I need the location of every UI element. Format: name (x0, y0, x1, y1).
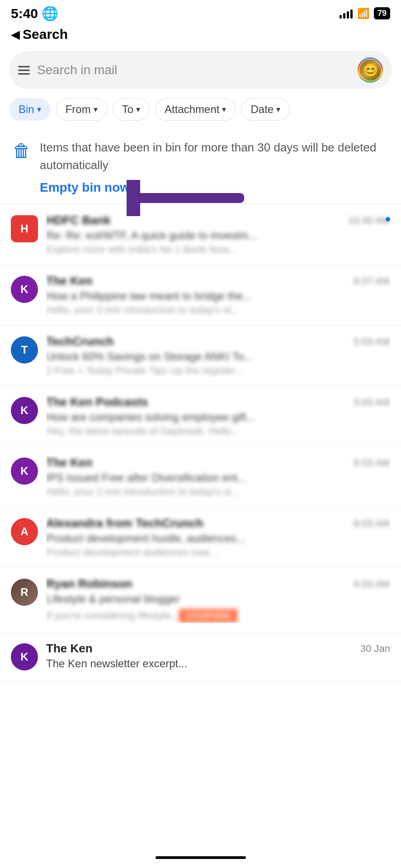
email-list: H HDFC Bank 10:40 AM Re: Re: eol/WTF, A … (0, 204, 401, 681)
home-indicator (156, 856, 246, 859)
sender-name-8: The Ken (46, 642, 93, 656)
bottom-bar (0, 852, 401, 868)
wifi-icon: 📶 (357, 8, 369, 19)
email-time-2: 6:07 AM (354, 275, 390, 287)
email-subject-3: Unlock 60% Savings on Storage ANKI To... (46, 350, 390, 363)
coupon-badge-7: COUPONS (179, 609, 237, 623)
user-avatar-ring[interactable]: 😊 (358, 57, 383, 83)
email-header-6: Alexandra from TechCrunch 6:03 AM (46, 516, 390, 530)
bin-notice-text: Items that have been in bin for more tha… (40, 139, 388, 174)
filter-chip-bin[interactable]: Bin▾ (9, 98, 51, 121)
email-preview-2: Hello, your 2-min introduction to today'… (46, 304, 390, 316)
sender-name-7: Ryan Robinson (46, 577, 132, 591)
sender-avatar-3: T (11, 336, 38, 363)
sender-avatar-2: K (11, 276, 38, 303)
email-time-7: 6:03 AM (354, 578, 390, 590)
bin-notice-row: 🗑 Items that have been in bin for more t… (13, 139, 388, 174)
unread-dot-1 (386, 217, 390, 222)
sender-name-2: The Ken (46, 274, 93, 288)
email-item-4[interactable]: K The Ken Podcasts 5:03 AM How are compa… (0, 386, 401, 447)
email-preview-1: Explore more with India's No.1 Bank Now.… (46, 244, 390, 255)
email-preview-5: Hello, your 2-min introduction to today'… (46, 486, 390, 498)
back-label: Search (23, 27, 68, 42)
email-header-7: Ryan Robinson 6:03 AM (46, 577, 390, 591)
user-avatar[interactable]: 😊 (359, 59, 381, 81)
email-content-8: The Ken 30 Jan The Ken newsletter excerp… (46, 642, 390, 672)
sender-avatar-5: K (11, 458, 38, 485)
email-subject-8: The Ken newsletter excerpt... (46, 657, 390, 670)
email-item-5[interactable]: K The Ken 6:03 AM IPS Issued Free after … (0, 447, 401, 507)
email-header-4: The Ken Podcasts 5:03 AM (46, 395, 390, 409)
email-subject-1: Re: Re: eol/WTF, A quick guide to invest… (46, 229, 390, 242)
chip-label-bin: Bin (19, 103, 34, 116)
filter-chip-date[interactable]: Date▾ (241, 98, 290, 121)
email-header-2: The Ken 6:07 AM (46, 274, 390, 288)
filter-chip-to[interactable]: To▾ (113, 98, 150, 121)
chip-label-attachment: Attachment (165, 103, 219, 116)
search-bar[interactable]: Search in mail 😊 (9, 51, 392, 89)
email-content-4: The Ken Podcasts 5:03 AM How are compani… (46, 395, 390, 437)
email-content-5: The Ken 6:03 AM IPS Issued Free after Di… (46, 456, 390, 498)
chip-arrow-to: ▾ (136, 104, 140, 114)
sender-name-6: Alexandra from TechCrunch (46, 516, 203, 530)
email-time-8: 30 Jan (360, 643, 390, 655)
status-bar: 5:40 🌐 📶 79 (0, 0, 401, 25)
email-header-5: The Ken 6:03 AM (46, 456, 390, 470)
search-bar-container: Search in mail 😊 (0, 47, 401, 94)
search-placeholder-text[interactable]: Search in mail (37, 63, 350, 77)
email-content-6: Alexandra from TechCrunch 6:03 AM Produc… (46, 516, 390, 558)
email-item-2[interactable]: K The Ken 6:07 AM How a Philippine law m… (0, 265, 401, 326)
email-subject-5: IPS Issued Free after Diversification en… (46, 472, 390, 484)
email-subject-7: Lifestyle & personal blogger (46, 593, 390, 605)
time-display: 5:40 (11, 6, 38, 21)
chip-arrow-from: ▾ (94, 104, 98, 114)
chip-label-from: From (66, 103, 91, 116)
email-content-1: HDFC Bank 10:40 AM Re: Re: eol/WTF, A qu… (46, 213, 390, 255)
sender-name-3: TechCrunch (46, 335, 114, 349)
arrow-annotation (127, 180, 244, 216)
email-content-3: TechCrunch 5:03 AM Unlock 60% Savings on… (46, 335, 390, 377)
email-preview-4: Hey, the latest episode of Daybreak, Hel… (46, 425, 390, 437)
email-content-7: Ryan Robinson 6:03 AM Lifestyle & person… (46, 577, 390, 623)
sender-avatar-4: K (11, 397, 38, 424)
chip-label-to: To (122, 103, 133, 116)
email-time-1: 10:40 AM (348, 215, 390, 226)
status-left: 5:40 🌐 (11, 5, 58, 21)
filter-chip-from[interactable]: From▾ (56, 98, 107, 121)
battery-indicator: 79 (374, 7, 390, 19)
email-item-3[interactable]: T TechCrunch 5:03 AM Unlock 60% Savings … (0, 326, 401, 386)
email-time-4: 5:03 AM (354, 396, 390, 408)
sender-avatar-8: K (11, 643, 38, 670)
email-preview-3: 2 Free + Today Private Tips Up the regis… (46, 365, 390, 377)
chip-arrow-date: ▾ (276, 104, 280, 114)
email-item-8[interactable]: K The Ken 30 Jan The Ken newsletter exce… (0, 632, 401, 681)
email-time-5: 6:03 AM (354, 457, 390, 469)
sender-name-5: The Ken (46, 456, 93, 470)
email-subject-2: How a Philippine law meant to bridge the… (46, 290, 390, 302)
hamburger-menu-icon[interactable] (18, 66, 30, 75)
sender-avatar-7: R (11, 579, 38, 606)
email-header-3: TechCrunch 5:03 AM (46, 335, 390, 349)
email-subject-6: Product development hustle, audiences... (46, 532, 390, 545)
globe-icon: 🌐 (42, 5, 58, 21)
filter-chips-row: Bin▾From▾To▾Attachment▾Date▾ (0, 94, 401, 128)
back-arrow-icon[interactable]: ◀ (11, 28, 20, 42)
sender-name-4: The Ken Podcasts (46, 395, 148, 409)
email-preview-6: Product development audiences now... (46, 547, 390, 558)
arrow-svg (127, 180, 244, 216)
email-item-6[interactable]: A Alexandra from TechCrunch 6:03 AM Prod… (0, 507, 401, 568)
chip-arrow-attachment: ▾ (222, 104, 226, 114)
status-right: 📶 79 (340, 7, 390, 19)
chip-label-date: Date (250, 103, 274, 116)
filter-chip-attachment[interactable]: Attachment▾ (155, 98, 236, 121)
email-subject-4: How are companies solving employee gift.… (46, 411, 390, 424)
sender-avatar-6: A (11, 518, 38, 545)
email-time-6: 6:03 AM (354, 518, 390, 529)
signal-icon (340, 9, 353, 19)
email-header-8: The Ken 30 Jan (46, 642, 390, 656)
email-preview-7: If you're considering lifestyle...COUPON… (46, 607, 390, 623)
email-item-7[interactable]: R Ryan Robinson 6:03 AM Lifestyle & pers… (0, 568, 401, 632)
chip-arrow-bin: ▾ (37, 104, 41, 114)
back-navigation[interactable]: ◀ Search (0, 25, 401, 47)
sender-name-1: HDFC Bank (46, 213, 111, 227)
